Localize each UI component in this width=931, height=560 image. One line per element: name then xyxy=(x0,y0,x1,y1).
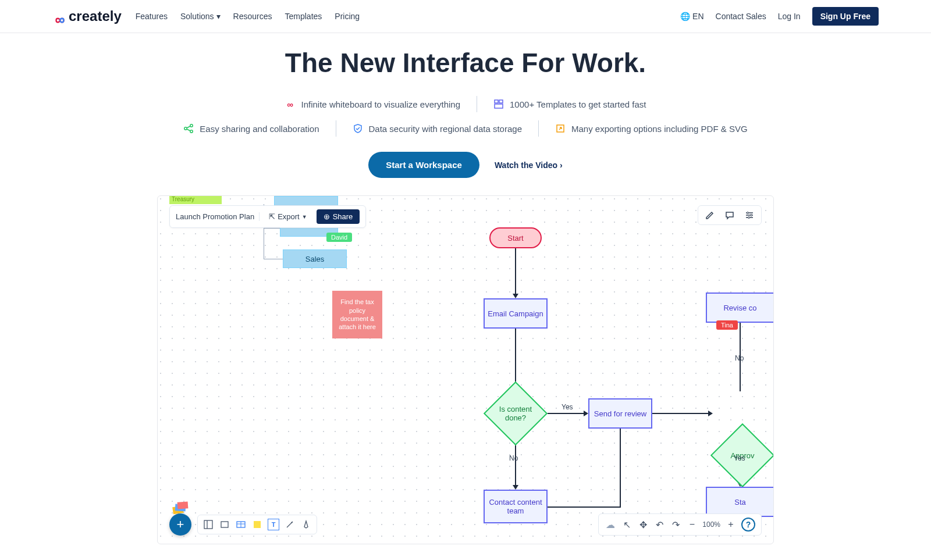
node-revise[interactable]: Revise co xyxy=(706,293,774,323)
redo-icon[interactable]: ↷ xyxy=(670,519,681,530)
cloud-icon[interactable]: ☁ xyxy=(605,519,616,530)
edit-icon[interactable] xyxy=(704,209,716,221)
document-toolbar: Launch Promotion Plan ⇱ Export ▼ ⊕ Share xyxy=(169,205,366,228)
login-link[interactable]: Log In xyxy=(778,12,801,21)
node-contact-team[interactable]: Contact content team xyxy=(484,490,548,523)
tool-container-icon[interactable] xyxy=(202,519,214,530)
tag-david: David xyxy=(326,233,352,242)
watch-video-link[interactable]: Watch the Video › xyxy=(495,160,563,170)
node-send-review[interactable]: Send for review xyxy=(588,398,652,429)
svg-rect-17 xyxy=(177,501,189,509)
help-button[interactable]: ? xyxy=(741,518,755,532)
hero-title: The New Interface For Work. xyxy=(12,47,919,79)
infinity-logo-icon xyxy=(52,12,66,21)
export-button[interactable]: ⇱ Export ▼ xyxy=(264,210,312,223)
document-title[interactable]: Launch Promotion Plan xyxy=(176,212,260,221)
canvas-grid xyxy=(158,196,773,544)
settings-icon[interactable] xyxy=(744,209,755,221)
feature-templates: 1000+ Templates to get started fast xyxy=(477,99,662,109)
svg-rect-1 xyxy=(499,100,503,103)
nav-solutions[interactable]: Solutions▾ xyxy=(180,12,221,21)
arrow xyxy=(515,248,516,295)
svg-rect-18 xyxy=(204,520,212,529)
comment-icon[interactable] xyxy=(724,209,735,221)
node-start[interactable]: Start xyxy=(489,227,542,248)
edge-label-no: No xyxy=(509,454,518,462)
feature-row-2: Easy sharing and collaboration Data secu… xyxy=(12,120,919,137)
tool-text-icon[interactable]: T xyxy=(268,519,279,530)
start-workspace-button[interactable]: Start a Workspace xyxy=(368,152,479,178)
svg-rect-24 xyxy=(254,521,261,528)
arrow-head-icon xyxy=(513,294,518,298)
svg-line-7 xyxy=(187,129,190,131)
svg-point-3 xyxy=(184,127,187,130)
cursor-icon[interactable]: ↖ xyxy=(621,519,632,530)
edge-label-yes2: Yes xyxy=(734,454,745,462)
view-controls: ☁ ↖ ✥ ↶ ↷ − 100% + ? xyxy=(598,513,762,536)
arrow-head-icon xyxy=(584,411,588,416)
node-email-campaign[interactable]: Email Campaign xyxy=(484,298,548,329)
signup-button[interactable]: Sign Up Free xyxy=(812,7,879,26)
svg-point-5 xyxy=(190,130,193,133)
edge-label-no2: No xyxy=(735,354,744,362)
brand-logo[interactable]: creately xyxy=(52,8,122,24)
feature-export: Many exporting options including PDF & S… xyxy=(539,123,764,134)
tool-pen-icon[interactable] xyxy=(300,519,312,530)
arrow xyxy=(515,329,516,390)
share-button[interactable]: ⊕ Share xyxy=(317,209,360,224)
globe-icon: 🌐 xyxy=(680,12,690,21)
canvas-actions xyxy=(698,205,762,225)
arrow xyxy=(652,413,710,414)
brand-name: creately xyxy=(69,8,122,24)
zoom-out-icon[interactable]: − xyxy=(686,519,698,530)
export-small-icon: ⇱ xyxy=(269,212,275,221)
undo-icon[interactable]: ↶ xyxy=(653,519,665,530)
zoom-in-icon[interactable]: + xyxy=(725,519,737,530)
connector-line xyxy=(264,259,283,259)
connector-line xyxy=(264,228,280,229)
feature-row-1: ∞ Infinite whiteboard to visualize every… xyxy=(12,96,919,112)
tool-connector-icon[interactable] xyxy=(284,519,296,530)
add-button[interactable]: + xyxy=(169,513,191,536)
tool-sticky-icon[interactable] xyxy=(251,519,263,530)
hero: The New Interface For Work. ∞ Infinite w… xyxy=(0,33,931,184)
nav-features[interactable]: Features xyxy=(136,12,168,21)
contact-sales-link[interactable]: Contact Sales xyxy=(716,12,766,21)
cta-row: Start a Workspace Watch the Video › xyxy=(12,152,919,178)
zoom-level: 100% xyxy=(702,520,720,529)
language-selector[interactable]: 🌐 EN xyxy=(680,12,703,21)
feature-sharing: Easy sharing and collaboration xyxy=(167,123,335,134)
chevron-down-icon: ▾ xyxy=(216,12,221,21)
tool-palette: + T xyxy=(169,513,317,536)
nav-pricing[interactable]: Pricing xyxy=(335,12,360,21)
tool-table-icon[interactable] xyxy=(235,519,247,530)
nav-right: 🌐 EN Contact Sales Log In Sign Up Free xyxy=(680,7,879,26)
export-icon xyxy=(555,123,566,134)
language-label: EN xyxy=(692,12,703,21)
svg-point-12 xyxy=(747,212,749,214)
svg-rect-20 xyxy=(221,522,228,527)
svg-point-13 xyxy=(751,215,752,216)
templates-icon xyxy=(493,99,504,109)
move-icon[interactable]: ✥ xyxy=(637,519,649,530)
treasury-tab: Treasury xyxy=(169,196,222,204)
arrow xyxy=(620,429,621,507)
block-sales[interactable]: Sales xyxy=(283,249,347,268)
arrow xyxy=(548,507,621,508)
chevron-right-icon: › xyxy=(560,160,563,170)
svg-point-4 xyxy=(190,124,193,127)
globe-small-icon: ⊕ xyxy=(324,212,330,221)
svg-line-6 xyxy=(187,126,190,128)
nav-resources[interactable]: Resources xyxy=(233,12,272,21)
arrow-head-icon xyxy=(513,485,518,490)
tool-rectangle-icon[interactable] xyxy=(219,519,230,530)
sticky-note[interactable]: Find the tax policy document & attach it… xyxy=(332,291,382,338)
feature-infinite: ∞ Infinite whiteboard to visualize every… xyxy=(269,99,477,109)
node-sta[interactable]: Sta xyxy=(706,487,774,517)
nav-templates[interactable]: Templates xyxy=(285,12,322,21)
main-header: creately Features Solutions▾ Resources T… xyxy=(0,0,931,33)
node-is-content-done[interactable]: Is content done? xyxy=(484,393,548,434)
share-icon xyxy=(183,123,194,134)
canvas-preview: Treasury Launch Promotion Plan ⇱ Export … xyxy=(157,195,774,544)
shape-tools: T xyxy=(197,515,317,534)
